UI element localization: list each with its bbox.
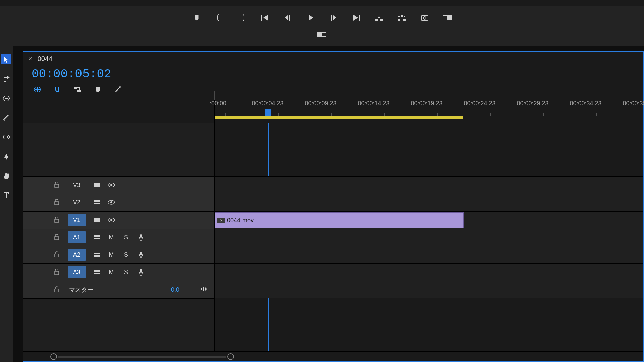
sequence-name[interactable]: 0044 — [38, 55, 53, 63]
type-tool[interactable] — [1, 190, 11, 200]
track-lane[interactable] — [215, 281, 643, 298]
mark-in-button[interactable] — [214, 12, 225, 23]
step-back-button[interactable] — [282, 12, 293, 23]
svg-rect-41 — [94, 255, 100, 257]
track-header-spacer — [23, 100, 215, 123]
pen-tool[interactable] — [1, 152, 11, 162]
toggle-track-output-icon[interactable] — [107, 198, 115, 206]
sync-lock-icon[interactable] — [93, 216, 101, 224]
zoom-scrollbar[interactable] — [23, 351, 643, 361]
solo-toggle[interactable]: S — [122, 251, 130, 258]
lock-icon[interactable] — [54, 268, 61, 276]
ruler-tick-label: 00:00:14:23 — [358, 100, 389, 107]
master-pan-icon[interactable] — [200, 286, 208, 293]
sync-lock-icon[interactable] — [93, 198, 101, 206]
svg-rect-40 — [94, 253, 100, 254]
mute-toggle[interactable]: M — [107, 251, 115, 258]
insert-sequence-tool[interactable] — [33, 85, 42, 94]
tool-sidebar — [0, 46, 13, 362]
comparison-view-button[interactable] — [442, 12, 453, 23]
mark-out-button[interactable] — [237, 12, 248, 23]
svg-rect-4 — [375, 19, 378, 21]
svg-rect-21 — [74, 87, 77, 89]
solo-toggle[interactable]: S — [122, 234, 130, 241]
svg-rect-19 — [5, 136, 8, 138]
video-clip[interactable]: fx0044.mov — [215, 212, 464, 228]
lock-icon[interactable] — [54, 199, 61, 206]
svg-rect-6 — [398, 19, 400, 21]
go-to-in-button[interactable] — [260, 12, 270, 23]
mute-toggle[interactable]: M — [107, 234, 115, 241]
export-frame-button[interactable] — [419, 12, 430, 23]
selection-tool[interactable] — [1, 54, 11, 64]
lock-icon[interactable] — [54, 234, 61, 241]
mute-toggle[interactable]: M — [107, 269, 115, 276]
lock-icon[interactable] — [54, 181, 61, 189]
svg-point-20 — [36, 88, 38, 90]
lock-icon[interactable] — [54, 286, 61, 293]
timeline-settings-button[interactable] — [113, 85, 122, 94]
ruler-tick-label: 00:00:04:23 — [252, 100, 283, 107]
snap-toggle[interactable] — [53, 85, 62, 94]
track-target-toggle[interactable]: A2 — [68, 249, 86, 261]
track-target-toggle[interactable]: V1 — [68, 214, 86, 226]
svg-rect-23 — [55, 184, 59, 187]
razor-tool[interactable] — [1, 113, 11, 123]
lock-icon[interactable] — [54, 216, 61, 224]
extract-button[interactable] — [396, 12, 407, 23]
sync-lock-icon[interactable] — [93, 233, 101, 241]
playhead-timecode[interactable]: 00:00:05:02 — [32, 67, 111, 81]
track-target-toggle[interactable]: A3 — [68, 266, 86, 278]
audio-track-header: A3MS — [23, 263, 214, 281]
voice-over-record-icon[interactable] — [137, 233, 145, 241]
lift-button[interactable] — [374, 12, 384, 23]
go-to-out-button[interactable] — [351, 12, 362, 23]
track-target-toggle[interactable]: V2 — [68, 196, 86, 208]
toggle-track-output-icon[interactable] — [107, 181, 115, 189]
track-select-forward-tool[interactable] — [1, 74, 11, 84]
solo-toggle[interactable]: S — [122, 269, 130, 276]
voice-over-record-icon[interactable] — [137, 251, 145, 259]
ruler-tick-label: 00:00:24:23 — [464, 100, 495, 107]
track-lane[interactable]: fx0044.mov — [215, 211, 643, 229]
add-marker-button[interactable] — [191, 12, 202, 23]
panel-menu-button[interactable] — [58, 57, 64, 61]
fx-badge[interactable]: fx — [217, 217, 225, 223]
add-marker-tool[interactable] — [93, 85, 102, 94]
track-lane[interactable] — [215, 176, 643, 194]
svg-rect-48 — [203, 287, 204, 291]
master-volume-value[interactable]: 0.0 — [171, 286, 179, 293]
svg-rect-24 — [94, 183, 100, 185]
track-target-toggle[interactable]: A1 — [68, 231, 86, 243]
voice-over-record-icon[interactable] — [137, 268, 145, 276]
svg-rect-42 — [140, 252, 142, 255]
hand-tool[interactable] — [1, 171, 11, 181]
work-area-bar[interactable] — [215, 116, 463, 119]
button-editor-button[interactable] — [317, 29, 327, 40]
svg-rect-7 — [403, 19, 406, 21]
ripple-edit-tool[interactable] — [1, 93, 11, 103]
track-lane[interactable] — [215, 246, 643, 263]
sync-lock-icon[interactable] — [93, 181, 101, 189]
track-content-area[interactable]: fx0044.mov — [215, 123, 643, 351]
time-ruler[interactable]: :00:0000:00:04:2300:00:09:2300:00:14:230… — [215, 100, 643, 123]
step-forward-button[interactable] — [328, 12, 339, 23]
track-target-toggle[interactable]: V3 — [68, 179, 86, 191]
video-track-header: V1 — [23, 211, 214, 229]
track-lane[interactable] — [215, 194, 643, 211]
sync-lock-icon[interactable] — [93, 251, 101, 259]
track-lane[interactable] — [215, 229, 643, 246]
close-sequence-button[interactable]: × — [28, 55, 32, 63]
zoom-handle-left[interactable] — [50, 353, 57, 360]
zoom-handle-right[interactable] — [227, 353, 234, 360]
svg-rect-47 — [55, 289, 59, 292]
play-button[interactable] — [305, 12, 316, 23]
svg-rect-12 — [443, 15, 447, 20]
linked-selection-toggle[interactable] — [73, 85, 82, 94]
track-lane[interactable] — [215, 263, 643, 281]
slip-tool[interactable] — [1, 132, 11, 142]
toggle-track-output-icon[interactable] — [107, 216, 115, 224]
lock-icon[interactable] — [54, 251, 61, 258]
sync-lock-icon[interactable] — [93, 268, 101, 276]
ruler-tick-label: :00:00 — [210, 100, 226, 107]
